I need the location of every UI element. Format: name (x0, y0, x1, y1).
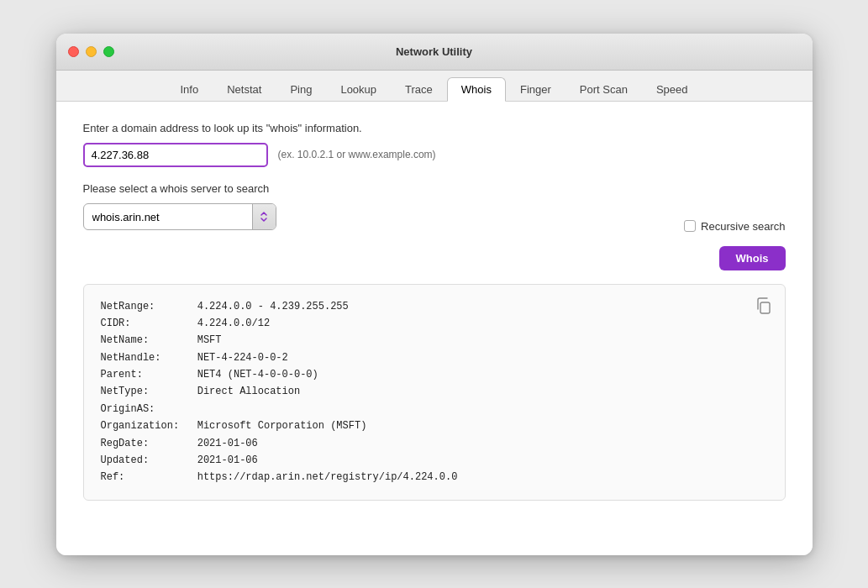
server-stepper[interactable] (252, 204, 276, 229)
tab-whois[interactable]: Whois (447, 77, 506, 102)
minimize-button[interactable] (86, 46, 97, 57)
tab-info[interactable]: Info (166, 77, 213, 102)
domain-input[interactable] (83, 143, 268, 167)
window-controls (68, 46, 114, 57)
tab-lookup[interactable]: Lookup (326, 77, 391, 102)
close-button[interactable] (68, 46, 79, 57)
results-box: NetRange: 4.224.0.0 - 4.239.255.255 CIDR… (83, 284, 786, 501)
results-text: NetRange: 4.224.0.0 - 4.239.255.255 CIDR… (101, 298, 768, 486)
tab-speed[interactable]: Speed (642, 77, 702, 102)
main-window: Network Utility Info Netstat Ping Lookup… (56, 34, 813, 555)
recursive-checkbox[interactable] (684, 220, 696, 232)
tab-finger[interactable]: Finger (506, 77, 566, 102)
domain-hint: (ex. 10.0.2.1 or www.example.com) (278, 149, 436, 160)
svg-rect-0 (760, 302, 770, 313)
tab-portscan[interactable]: Port Scan (566, 77, 642, 102)
tab-netstat[interactable]: Netstat (213, 77, 276, 102)
titlebar: Network Utility (56, 34, 813, 71)
server-instruction: Please select a whois server to search (83, 182, 786, 195)
server-input[interactable] (84, 207, 252, 228)
window-title: Network Utility (396, 45, 472, 58)
domain-instruction: Enter a domain address to look up its "w… (83, 122, 786, 134)
tab-trace[interactable]: Trace (391, 77, 447, 102)
tab-bar: Info Netstat Ping Lookup Trace Whois Fin… (56, 71, 813, 102)
tab-ping[interactable]: Ping (276, 77, 326, 102)
maximize-button[interactable] (103, 46, 114, 57)
main-content: Enter a domain address to look up its "w… (56, 102, 813, 555)
whois-button[interactable]: Whois (719, 246, 786, 270)
recursive-side: Recursive search (684, 220, 785, 233)
recursive-label: Recursive search (701, 220, 785, 233)
domain-input-row: (ex. 10.0.2.1 or www.example.com) (83, 143, 786, 167)
whois-btn-row: Whois (83, 246, 786, 270)
copy-button[interactable] (751, 293, 776, 323)
server-input-wrapper (83, 203, 276, 230)
server-recursive-row: Recursive search (83, 202, 786, 233)
server-side (83, 203, 276, 230)
